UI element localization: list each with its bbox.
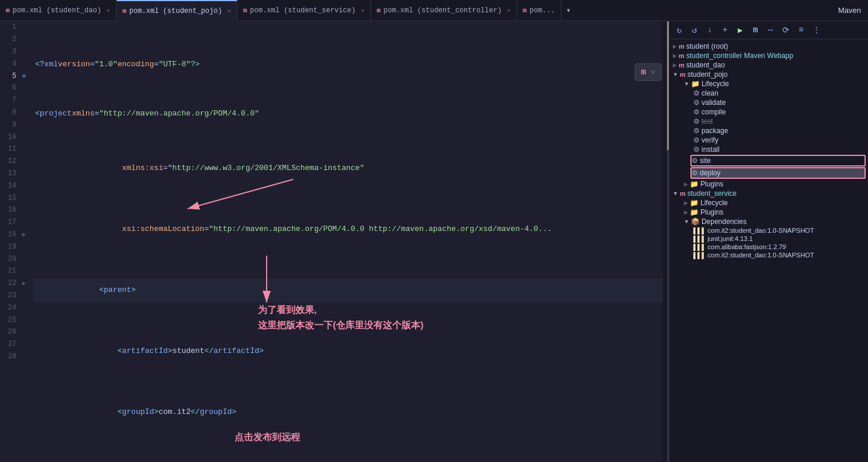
tree-item-deploy[interactable]: ⚙ deploy <box>690 167 866 179</box>
tree-item-install[interactable]: ⚙ install <box>669 145 868 154</box>
tree-item-plugins-service[interactable]: ▶ 📁 Plugins <box>669 208 868 217</box>
maven-panel: ↻ ↺ ↓ + ▶ m ↔ ⟳ ≡ ⋮ ▶ m student (root) ▶… <box>669 21 868 462</box>
code-line-5: <parent> <box>33 278 663 303</box>
tree-arrow-controller: ▶ <box>673 53 677 59</box>
tree-item-plugins-pojo[interactable]: ▶ 📁 Plugins <box>669 179 868 189</box>
folder-icon-deps: 📦 <box>691 218 700 226</box>
tree-item-dep1[interactable]: ▌▌▌ com.it2:student_dao:1.0-SNAPSHOT <box>669 226 868 235</box>
close-icon-dao[interactable]: ✕ <box>107 7 110 14</box>
tab-student-pojo[interactable]: m pom.xml (student_pojo) ✕ <box>117 0 237 21</box>
tab-student-dao[interactable]: m pom.xml (student_dao) ✕ <box>0 0 117 21</box>
maven-collapse-button[interactable]: ↺ <box>688 23 701 36</box>
tab-label-extra: pom... <box>530 6 555 15</box>
tree-item-clean[interactable]: ⚙ clean <box>669 89 868 98</box>
tab-student-service[interactable]: m pom.xml (student_service) ✕ <box>237 0 371 21</box>
gear-icon-validate: ⚙ <box>693 98 700 107</box>
tree-label-controller: student_controller Maven Webapp <box>686 52 794 60</box>
tree-item-student-pojo[interactable]: ▼ m student_pojo <box>669 70 868 79</box>
tree-label-site: site <box>700 157 711 165</box>
code-line-7: <groupId>com.it2</groupId> <box>33 400 663 425</box>
code-line-1: <?xml version="1.0" encoding="UTF-8"?> <box>33 59 663 71</box>
gear-icon-install: ⚙ <box>693 145 700 154</box>
close-icon-service[interactable]: ✕ <box>361 7 365 14</box>
tree-item-package[interactable]: ⚙ package <box>669 126 868 135</box>
tree-arrow-dao: ▶ <box>673 62 677 68</box>
gear-icon-clean: ⚙ <box>693 89 700 97</box>
tree-item-student-controller-webapp[interactable]: ▶ m student_controller Maven Webapp <box>669 51 868 60</box>
minimap <box>663 21 669 462</box>
tree-arrow-lifecycle-service: ▶ <box>684 200 688 206</box>
editor-area: 1 2 3 4 5m 6 7 8 9 10 11 12 13 14 15 16 … <box>0 21 669 462</box>
tab-label-controller: pom.xml (student_controller) <box>383 6 502 15</box>
maven-refresh-button[interactable]: ⟳ <box>780 23 792 36</box>
tree-item-dep2[interactable]: ▌▌▌ junit:junit:4.13.1 <box>669 235 868 243</box>
maven-panel-label: Maven <box>831 6 868 15</box>
tree-label-lifecycle: Lifecycle <box>702 80 729 88</box>
code-line-2: <project xmlns="http://maven.apache.org/… <box>33 108 663 120</box>
tree-label-plugins-service: Plugins <box>700 208 723 216</box>
tree-item-student-root[interactable]: ▶ m student (root) <box>669 42 868 51</box>
tree-item-compile[interactable]: ⚙ compile <box>669 107 868 117</box>
tree-label-deps: Dependencies <box>702 218 747 226</box>
tree-label-dep1: com.it2:student_dao:1.0-SNAPSHOT <box>707 227 814 234</box>
tree-arrow-pojo: ▼ <box>673 72 678 77</box>
folder-icon-plugins-service: 📁 <box>690 208 699 216</box>
jar-icon-dep2: ▌▌▌ <box>693 236 706 242</box>
tree-item-deps-service[interactable]: ▼ 📦 Dependencies <box>669 217 868 226</box>
tree-label-pojo: student_pojo <box>687 70 728 79</box>
tree-label-compile: compile <box>702 108 726 116</box>
maven-reload-button[interactable]: ↻ <box>673 23 686 36</box>
tab-pom-extra[interactable]: m pom... <box>517 0 561 21</box>
folder-icon-lifecycle: 📁 <box>691 80 700 88</box>
tab-icon-pojo: m <box>122 8 127 15</box>
tree-label-test: test <box>702 117 713 125</box>
maven-icon-service: m <box>680 190 686 197</box>
tab-student-controller[interactable]: m pom.xml (student_controller) ✕ <box>371 0 517 21</box>
tree-item-site[interactable]: ⚙ site <box>690 155 866 167</box>
tree-item-student-dao[interactable]: ▶ m student_dao <box>669 60 868 70</box>
code-line-3: xmlns:xsi="http://www.w3.org/2001/XMLSch… <box>33 157 663 181</box>
tree-item-validate[interactable]: ⚙ validate <box>669 98 868 107</box>
tree-label-package: package <box>702 127 728 135</box>
notification-popup: m ✕ <box>635 63 662 81</box>
tree-arrow-deps: ▼ <box>684 219 689 225</box>
tree-item-verify[interactable]: ⚙ verify <box>669 135 868 145</box>
close-icon-pojo[interactable]: ✕ <box>227 8 231 15</box>
gear-icon-site: ⚙ <box>692 157 698 165</box>
code-area[interactable]: <?xml version="1.0" encoding="UTF-8"?> <… <box>33 21 663 462</box>
maven-m-button[interactable]: m <box>749 23 762 36</box>
code-line-4: xsi:schemaLocation="http://maven.apache.… <box>33 218 663 242</box>
close-icon-controller[interactable]: ✕ <box>507 7 510 14</box>
line-numbers-gutter: 1 2 3 4 5m 6 7 8 9 10 11 12 13 14 15 16 … <box>0 21 33 462</box>
jar-icon-dep3: ▌▌▌ <box>693 244 706 250</box>
tab-label-pojo: pom.xml (student_pojo) <box>129 7 222 15</box>
tree-item-lifecycle-pojo[interactable]: ▼ 📁 Lifecycle <box>669 79 868 89</box>
tree-label-dep4: com.it2:student_dao:1.0-SNAPSHOT <box>707 252 814 259</box>
jar-icon-dep4: ▌▌▌ <box>693 252 706 259</box>
tree-arrow-lifecycle: ▼ <box>684 81 689 87</box>
maven-toolbar: ↻ ↺ ↓ + ▶ m ↔ ⟳ ≡ ⋮ <box>669 21 868 39</box>
gear-icon-verify: ⚙ <box>693 136 700 144</box>
tree-arrow-plugins-pojo: ▶ <box>684 181 688 187</box>
tree-item-test[interactable]: ⚙ test <box>669 117 868 126</box>
maven-menu-button[interactable]: ≡ <box>795 23 808 36</box>
tab-more-button[interactable]: ▾ <box>561 5 576 15</box>
maven-more-button[interactable]: ⋮ <box>810 23 823 36</box>
maven-icon-dao: m <box>679 62 685 69</box>
maven-add-button[interactable]: + <box>719 23 731 36</box>
tree-item-student-service[interactable]: ▼ m student_service <box>669 189 868 198</box>
maven-run-button[interactable]: ▶ <box>734 23 747 36</box>
maven-icon-controller: m <box>679 52 685 59</box>
close-notification-button[interactable]: ✕ <box>651 67 655 77</box>
tab-bar: m pom.xml (student_dao) ✕ m pom.xml (stu… <box>0 0 868 21</box>
tree-item-lifecycle-service[interactable]: ▶ 📁 Lifecycle <box>669 198 868 208</box>
folder-icon-plugins-pojo: 📁 <box>690 180 699 188</box>
tree-label-dep3: com.alibaba:fastjson:1.2.79 <box>707 243 786 250</box>
tree-label-student-root: student (root) <box>686 42 728 50</box>
tree-arrow-student-root: ▶ <box>673 43 677 49</box>
maven-link-button[interactable]: ↔ <box>764 23 777 36</box>
maven-download-button[interactable]: ↓ <box>703 23 716 36</box>
tree-item-dep3[interactable]: ▌▌▌ com.alibaba:fastjson:1.2.79 <box>669 243 868 251</box>
tree-item-dep4[interactable]: ▌▌▌ com.it2:student_dao:1.0-SNAPSHOT <box>669 251 868 259</box>
tree-label-dao: student_dao <box>686 61 725 69</box>
